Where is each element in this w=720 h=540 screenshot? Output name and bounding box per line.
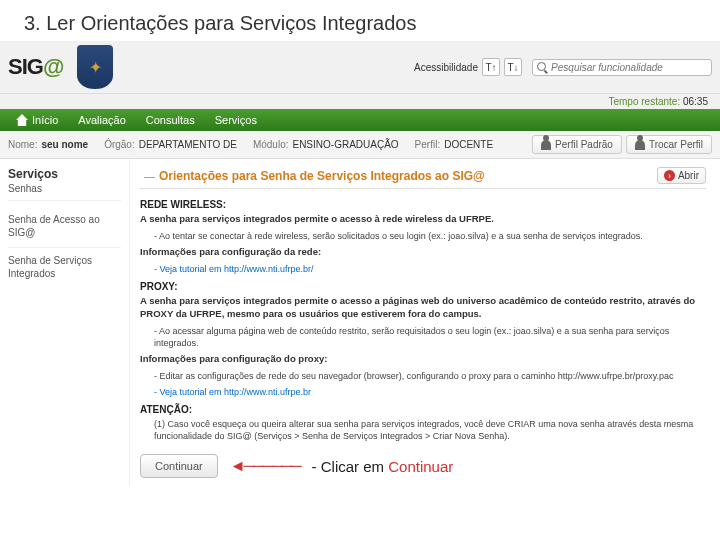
nav-servicos[interactable]: Serviços bbox=[205, 109, 267, 131]
orgao-value: DEPARTAMENTO DE bbox=[139, 139, 237, 150]
continuar-button[interactable]: Continuar bbox=[140, 454, 218, 478]
slide-title: 3. Ler Orientações para Serviços Integra… bbox=[0, 0, 720, 41]
crest-icon: ✦ bbox=[77, 45, 113, 89]
section-proxy: PROXY: bbox=[140, 281, 706, 292]
proxy-desc: A senha para serviços integrados permite… bbox=[140, 295, 706, 321]
nav-label: Início bbox=[32, 114, 58, 126]
button-label: Perfil Padrão bbox=[555, 139, 613, 150]
sidebar-title: Serviços bbox=[8, 167, 121, 181]
header-bar: SIG@ ✦ Acessibilidade T↑ T↓ bbox=[0, 41, 720, 94]
wireless-desc: A senha para serviços integrados permite… bbox=[140, 213, 706, 226]
font-increase-button[interactable]: T↑ bbox=[482, 58, 500, 76]
modulo-label: Módulo: bbox=[253, 139, 289, 150]
sidebar-link-senha-servicos[interactable]: Senha de Serviços Integrados bbox=[8, 247, 121, 284]
content-panel: — Orientações para Senha de Serviços Int… bbox=[130, 159, 720, 486]
font-decrease-button[interactable]: T↓ bbox=[504, 58, 522, 76]
sidebar-subtitle: Senhas bbox=[8, 183, 121, 201]
annotation-text: - Clicar em Continuar bbox=[312, 458, 454, 475]
search-input[interactable] bbox=[551, 62, 707, 73]
user-icon bbox=[635, 140, 645, 150]
logo-alpha: @ bbox=[43, 54, 63, 80]
wireless-config-head: Informações para configuração da rede: bbox=[140, 246, 706, 259]
abrir-button[interactable]: › Abrir bbox=[657, 167, 706, 184]
home-icon bbox=[16, 114, 28, 126]
section-atencao: ATENÇÃO: bbox=[140, 404, 706, 415]
wireless-tutorial-link[interactable]: - Veja tutorial em http://www.nti.ufrpe.… bbox=[140, 263, 706, 275]
nav-inicio[interactable]: Início bbox=[6, 109, 68, 131]
annotation-pre: - Clicar em bbox=[312, 458, 389, 475]
user-icon bbox=[541, 140, 551, 150]
wireless-note: - Ao tentar se conectar à rede wireless,… bbox=[140, 230, 706, 242]
nome-label: Nome: bbox=[8, 139, 37, 150]
search-icon bbox=[537, 62, 547, 73]
button-label: Trocar Perfil bbox=[649, 139, 703, 150]
proxy-tutorial-link[interactable]: - Veja tutorial em http://www.nti.ufrpe.… bbox=[140, 386, 706, 398]
trocar-perfil-button[interactable]: Trocar Perfil bbox=[626, 135, 712, 154]
abrir-label: Abrir bbox=[678, 170, 699, 181]
nav-bar: Início Avaliação Consultas Serviços bbox=[0, 109, 720, 131]
nav-label: Consultas bbox=[146, 114, 195, 126]
app-logo: SIG@ bbox=[8, 54, 63, 80]
content-title: Orientações para Senha de Serviços Integ… bbox=[159, 169, 485, 183]
timer-label: Tempo restante: bbox=[608, 96, 680, 107]
profile-buttons: Perfil Padrão Trocar Perfil bbox=[532, 135, 712, 154]
search-box[interactable] bbox=[532, 59, 712, 76]
timer-value: 06:35 bbox=[683, 96, 708, 107]
proxy-config-head: Informações para configuração do proxy: bbox=[140, 353, 706, 366]
nome-value: seu nome bbox=[41, 139, 88, 150]
logo-text: SIG bbox=[8, 54, 43, 80]
accessibility-label: Acessibilidade bbox=[414, 62, 478, 73]
continue-row: Continuar ◄────── - Clicar em Continuar bbox=[140, 454, 706, 478]
nav-label: Serviços bbox=[215, 114, 257, 126]
main-area: Serviços Senhas Senha de Acesso ao SIG@ … bbox=[0, 159, 720, 486]
perfil-label: Perfil: bbox=[415, 139, 441, 150]
proxy-note: - Ao acessar alguma página web de conteú… bbox=[140, 325, 706, 349]
accessibility-controls: Acessibilidade T↑ T↓ bbox=[414, 58, 522, 76]
arrow-annotation-icon: ◄────── bbox=[230, 457, 300, 475]
sidebar-link-senha-acesso[interactable]: Senha de Acesso ao SIG@ bbox=[8, 209, 121, 243]
annotation-word: Continuar bbox=[388, 458, 453, 475]
session-timer: Tempo restante: 06:35 bbox=[0, 94, 720, 109]
content-header: — Orientações para Senha de Serviços Int… bbox=[140, 167, 706, 189]
perfil-value: DOCENTE bbox=[444, 139, 493, 150]
sidebar: Serviços Senhas Senha de Acesso ao SIG@ … bbox=[0, 159, 130, 486]
atencao-text: (1) Caso você esqueça ou queira alterar … bbox=[140, 418, 706, 442]
section-wireless: REDE WIRELESS: bbox=[140, 199, 706, 210]
modulo-value: ENSINO-GRADUAÇÃO bbox=[292, 139, 398, 150]
dash-icon: — bbox=[144, 170, 155, 182]
proxy-config-path: - Editar as configurações de rede do seu… bbox=[140, 370, 706, 382]
perfil-padrao-button[interactable]: Perfil Padrão bbox=[532, 135, 622, 154]
orgao-label: Órgão: bbox=[104, 139, 135, 150]
nav-avaliacao[interactable]: Avaliação bbox=[68, 109, 136, 131]
nav-consultas[interactable]: Consultas bbox=[136, 109, 205, 131]
arrow-circle-icon: › bbox=[664, 170, 675, 181]
nav-label: Avaliação bbox=[78, 114, 126, 126]
context-bar: Nome: seu nome Órgão: DEPARTAMENTO DE Mó… bbox=[0, 131, 720, 159]
